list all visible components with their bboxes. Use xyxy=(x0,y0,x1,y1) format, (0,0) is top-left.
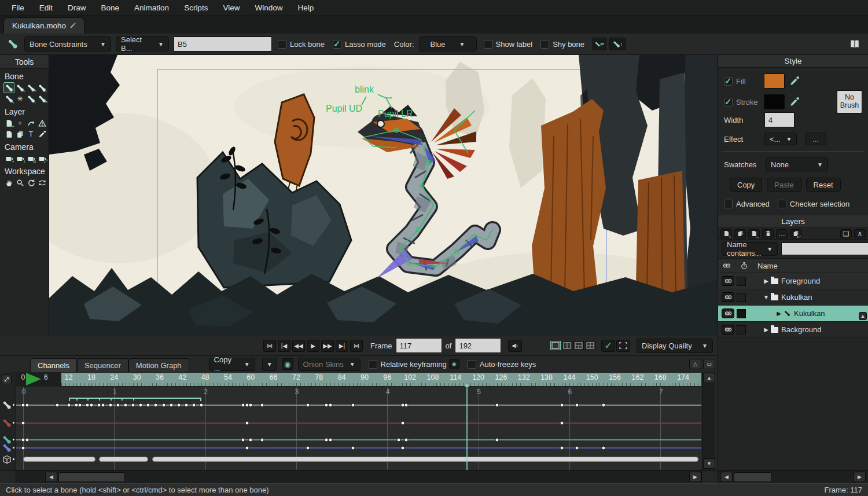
timeline-expand-icon[interactable] xyxy=(2,374,12,384)
stroke-checkbox[interactable] xyxy=(724,98,733,106)
keyframe-bone-channel-gray-f12[interactable] xyxy=(67,403,71,407)
timeline-tab-channels[interactable]: Channels xyxy=(30,358,77,372)
timeline-tracks[interactable]: 01234567 xyxy=(16,387,701,470)
bone-name-input[interactable] xyxy=(174,36,272,52)
keyframe-bone-channel-teal-f60[interactable] xyxy=(249,438,253,442)
panel-scroll-left-button[interactable]: ◀ xyxy=(720,472,733,482)
view-layout-three-button[interactable] xyxy=(573,341,584,350)
timeline-expand-up-button[interactable]: △ xyxy=(689,359,701,369)
timeline-scroll-right-button[interactable]: ▶ xyxy=(689,472,701,482)
keyframe-bone-channel-red-f142[interactable] xyxy=(560,421,564,425)
bone-length-button[interactable]: ↕ xyxy=(609,38,626,50)
bone-dynamics-tool[interactable]: ≈ xyxy=(36,93,47,104)
reparent-bone-tool[interactable]: ↷ xyxy=(25,82,36,93)
checker-selection-checkbox[interactable] xyxy=(778,200,786,208)
bone-color-dropdown[interactable]: Blue▼ xyxy=(419,36,477,52)
shy-bone-checkbox[interactable] xyxy=(540,40,549,49)
timeline-tab-sequencer[interactable]: Sequencer xyxy=(77,358,128,372)
menu-item-help[interactable]: Help xyxy=(290,1,321,14)
zoom-camera-tool[interactable]: ↕ xyxy=(14,153,25,164)
menu-item-bone[interactable]: Bone xyxy=(94,1,127,14)
layer-visibility-button[interactable] xyxy=(722,292,734,302)
timeline-scroll-left-button[interactable]: ◀ xyxy=(45,472,57,482)
keyframe-bone-channel-gray-f9[interactable] xyxy=(55,403,59,407)
keyframe-bone-channel-gray-f75[interactable] xyxy=(306,403,310,407)
keyframe-bone-channel-gray-f146[interactable] xyxy=(575,403,579,407)
collapse-panel-button[interactable]: ∧ xyxy=(854,229,866,238)
keyframe-bone-channel-teal-f99[interactable] xyxy=(396,438,400,442)
keyframe-bone-channel-teal-f63[interactable] xyxy=(260,438,264,442)
keyframe-bone-channel-red-f100[interactable] xyxy=(400,421,404,425)
select-bone-tool[interactable] xyxy=(3,82,14,93)
layers-scrollbar[interactable]: ▲ xyxy=(859,256,867,326)
layer-filter-dropdown[interactable]: Name contains...▼ xyxy=(722,242,778,256)
keyframe-bone-channel-gray-f15[interactable] xyxy=(78,403,82,407)
keyframe-bone-channel-gray-f81[interactable] xyxy=(328,403,332,407)
layer-color-swatch[interactable] xyxy=(737,325,746,335)
view-layout-single-button[interactable] xyxy=(550,341,561,350)
menu-item-scripts[interactable]: Scripts xyxy=(177,1,215,14)
keyframe-bone-channel-blue-f59[interactable] xyxy=(245,446,249,450)
layer-expand-arrow[interactable]: ▶ xyxy=(762,326,770,333)
menu-item-file[interactable]: File xyxy=(5,1,31,14)
manual-book-icon[interactable] xyxy=(848,39,861,49)
keyframe-bone-channel-gray-f31[interactable] xyxy=(139,403,143,407)
keyframe-bone-channel-gray-f27[interactable] xyxy=(123,403,127,407)
stroke-width-input[interactable] xyxy=(764,112,795,127)
loop-start-button[interactable]: ⋈ xyxy=(263,340,276,352)
onion-skins-dropdown[interactable]: Onion Skins▼ xyxy=(298,358,361,371)
view-layout-two-button[interactable] xyxy=(562,341,572,350)
rotate-workspace-tool[interactable] xyxy=(25,177,36,188)
menu-item-view[interactable]: View xyxy=(216,1,247,14)
keyframe-bone-channel-teal-f81[interactable] xyxy=(328,438,332,442)
right-panel-scrollbar[interactable]: ◀ ▶ xyxy=(718,470,868,483)
lasso-mode-checkbox[interactable] xyxy=(333,40,341,49)
keyframe-bone-channel-gray-f29[interactable] xyxy=(131,403,135,407)
keyframe-bone-channel-teal-f101[interactable] xyxy=(404,438,409,442)
reference-layer-button[interactable]: ↩ xyxy=(790,229,801,238)
keyframe-bone-channel-gray-f23[interactable] xyxy=(108,403,112,407)
keyframe-bone-channel-gray-f101[interactable] xyxy=(404,403,409,407)
layer-row-foreground-0[interactable]: ▶Foreground xyxy=(718,273,868,289)
new-layer-button[interactable]: + xyxy=(720,229,732,238)
duplicate-layer-tool[interactable] xyxy=(14,128,25,139)
crop-view-button[interactable] xyxy=(616,340,630,352)
timeline-tab-motion-graph[interactable]: Motion Graph xyxy=(128,358,189,372)
loop-end-button[interactable]: ⋈ xyxy=(350,340,363,352)
relative-keyframing-icon-button[interactable]: ◉ xyxy=(449,359,459,369)
keyframe-bone-channel-gray-f47[interactable] xyxy=(200,403,204,407)
keyframe-bone-channel-gray-f60[interactable] xyxy=(249,403,253,407)
layer-color-swatch[interactable] xyxy=(737,293,746,302)
timeline-playhead[interactable] xyxy=(466,387,468,470)
orbit-workspace-tool[interactable] xyxy=(36,177,47,188)
paste-style-button[interactable]: Paste xyxy=(767,178,801,192)
timeline-collapse-button[interactable]: ▭ xyxy=(703,359,715,369)
keyframe-bone-channel-gray-f35[interactable] xyxy=(154,403,158,407)
keyframe-bone-channel-gray-f25[interactable] xyxy=(116,403,120,407)
keyframe-bone-channel-blue-f100[interactable] xyxy=(400,446,404,450)
bone-channel-gray-icon[interactable] xyxy=(2,401,12,410)
relative-keyframing-checkbox[interactable] xyxy=(369,360,377,369)
bone-channel-blue-icon[interactable] xyxy=(2,443,12,453)
bone-channel-red-icon[interactable] xyxy=(2,418,12,428)
display-quality-dropdown[interactable]: Display Quality▼ xyxy=(637,339,713,353)
keyframe-bone-channel-blue-f142[interactable] xyxy=(560,446,564,450)
keyframe-bone-channel-blue-f75[interactable] xyxy=(306,446,310,450)
pan-workspace-tool[interactable] xyxy=(3,177,14,188)
keyframe-bone-channel-gray-f142[interactable] xyxy=(560,403,564,407)
keyframe-bone-channel-blue-f87[interactable] xyxy=(351,446,355,450)
flip-bone-button[interactable]: ⇄ xyxy=(593,38,606,50)
effect-more-button[interactable]: ... xyxy=(805,133,826,145)
keyframe-bone-channel-blue-f146[interactable] xyxy=(575,446,579,450)
menu-item-animation[interactable]: Animation xyxy=(127,1,176,14)
lock-bone-checkbox[interactable] xyxy=(278,40,286,49)
keyframe-bone-channel-gray-f87[interactable] xyxy=(351,403,355,407)
sequence-capsule-1[interactable] xyxy=(99,457,148,462)
keyframe-bone-channel-blue-f153[interactable] xyxy=(601,446,605,450)
keyframe-bone-channel-red-f0[interactable] xyxy=(21,421,25,425)
keyframe-bone-channel-gray-f45[interactable] xyxy=(192,403,196,407)
show-label-checkbox[interactable] xyxy=(484,40,492,49)
onion-skin-toggle[interactable]: ◉ xyxy=(282,358,293,370)
zoom-workspace-tool[interactable] xyxy=(14,177,25,188)
compact-view-button[interactable]: ❏ xyxy=(840,229,852,238)
